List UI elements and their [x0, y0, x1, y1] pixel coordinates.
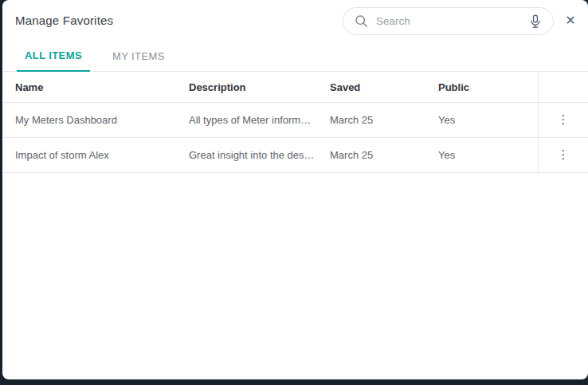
row-public: Yes [438, 103, 538, 137]
row-description: Great insight into the des… [189, 138, 330, 172]
table-row[interactable]: My Meters Dashboard All types of Meter i… [2, 103, 588, 138]
column-header-description: Description [189, 72, 330, 102]
tab-my-items[interactable]: MY ITEMS [104, 49, 173, 71]
row-description: All types of Meter inform… [189, 103, 330, 137]
kebab-menu-icon[interactable]: ⋮ [551, 146, 576, 164]
table-row[interactable]: Impact of storm Alex Great insight into … [2, 138, 588, 173]
manage-favorites-dialog: Manage Favorites ✕ ALL ITEMS MY [2, 0, 588, 379]
dialog-header: Manage Favorites ✕ [2, 0, 588, 49]
tab-all-items[interactable]: ALL ITEMS [17, 49, 90, 72]
row-saved: March 25 [330, 103, 438, 137]
search-input[interactable] [376, 15, 527, 27]
tab-bar: ALL ITEMS MY ITEMS [2, 49, 588, 72]
microphone-icon[interactable] [527, 13, 543, 30]
table-header-row: Name Description Saved Public [2, 72, 588, 103]
row-actions: ⋮ [538, 138, 588, 172]
row-public: Yes [438, 138, 538, 172]
close-icon[interactable]: ✕ [560, 10, 581, 31]
column-header-actions [538, 72, 588, 102]
search-icon [355, 14, 368, 28]
search-box[interactable] [343, 7, 554, 35]
favorites-table: Name Description Saved Public My Meters … [2, 72, 588, 173]
row-name: My Meters Dashboard [2, 103, 189, 137]
column-header-name: Name [2, 72, 189, 102]
row-actions: ⋮ [538, 103, 588, 137]
row-saved: March 25 [330, 138, 438, 172]
column-header-saved: Saved [330, 72, 438, 102]
kebab-menu-icon[interactable]: ⋮ [551, 111, 576, 129]
row-name: Impact of storm Alex [2, 138, 189, 172]
page-title: Manage Favorites [15, 14, 113, 27]
column-header-public: Public [438, 72, 538, 102]
